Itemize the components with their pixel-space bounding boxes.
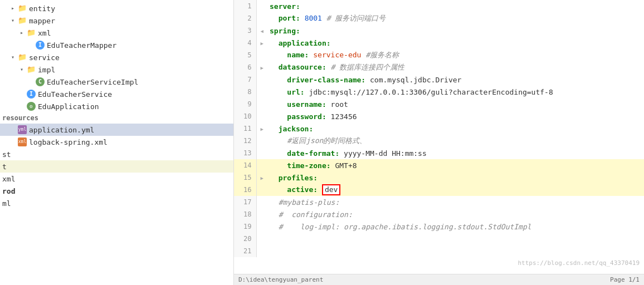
tree-item-mapper[interactable]: 📁 mapper — [0, 14, 233, 27]
line-num-18: 18 — [234, 208, 256, 220]
watermark: https://blog.csdn.net/qq_43370419 — [234, 257, 644, 269]
status-left: D:\idea\tengyuan_parent — [238, 276, 323, 283]
line-num-21: 21 — [234, 245, 256, 257]
line-num-3: 3 — [234, 24, 256, 37]
line-content-17[interactable]: #mybatis-plus: — [267, 196, 644, 208]
tree-item-eduteachermapper[interactable]: I EduTeacherMapper — [0, 39, 233, 51]
line-content-19[interactable]: # log-impl: org.apache.ibatis.logging.st… — [267, 220, 644, 233]
gutter-21 — [256, 245, 267, 257]
tree-item-application-yml[interactable]: yml application.yml — [0, 124, 233, 136]
line-content-8[interactable]: url: jdbc:mysql://127.0.0.1:3306/guli?ch… — [267, 86, 644, 98]
gutter-3: ◀ — [256, 24, 267, 37]
eduteacherserviceimpl-icon: C — [36, 77, 45, 86]
mapper-label: mapper — [29, 17, 55, 25]
code-line-14: 14 time-zone: GMT+8 — [234, 159, 644, 171]
line-num-16: 16 — [234, 184, 256, 196]
tree-item-rod[interactable]: rod — [0, 185, 233, 197]
rod-label: rod — [2, 187, 15, 195]
mapper-arrow[interactable] — [9, 17, 17, 24]
code-line-11: 11 ▶ jackson: — [234, 122, 644, 135]
t-label: t — [2, 163, 7, 171]
gutter-20 — [256, 233, 267, 245]
line-content-20[interactable] — [267, 233, 644, 245]
line-content-2[interactable]: port: 8001 # 服务访问端口号 — [267, 12, 644, 24]
code-line-4: 4 ▶ application: — [234, 37, 644, 49]
eduteachermapper-icon: I — [36, 41, 45, 50]
line-num-14: 14 — [234, 159, 256, 171]
line-content-5[interactable]: name: service-edu #服务名称 — [267, 49, 644, 61]
impl-arrow[interactable] — [18, 66, 26, 73]
line-num-10: 10 — [234, 110, 256, 122]
line-num-19: 19 — [234, 220, 256, 233]
tree-item-impl[interactable]: 📁 impl — [0, 63, 233, 76]
line-num-5: 5 — [234, 49, 256, 61]
tree-item-eduteacherserviceimpl[interactable]: C EduTeacherServiceImpl — [0, 76, 233, 88]
gutter-19 — [256, 220, 267, 233]
line-num-11: 11 — [234, 122, 256, 135]
tree-item-t[interactable]: t — [0, 160, 233, 173]
code-line-3: 3 ◀ spring: — [234, 24, 644, 37]
code-line-20: 20 — [234, 233, 644, 245]
code-line-19: 19 # log-impl: org.apache.ibatis.logging… — [234, 220, 644, 233]
line-content-1[interactable]: server: — [267, 0, 644, 12]
line-num-15: 15 — [234, 171, 256, 184]
code-line-2: 2 port: 8001 # 服务访问端口号 — [234, 12, 644, 24]
gutter-11: ▶ — [256, 122, 267, 135]
service-arrow[interactable] — [9, 53, 17, 61]
line-content-3[interactable]: spring: — [267, 24, 644, 37]
line-content-12[interactable]: #返回json的时间格式、 — [267, 135, 644, 147]
eduapplication-label: EduApplication — [38, 102, 99, 111]
line-content-6[interactable]: datasource: # 数据库连接四个属性 — [267, 61, 644, 73]
line-content-16[interactable]: active: dev — [267, 184, 644, 196]
gutter-4: ▶ — [256, 37, 267, 49]
line-num-13: 13 — [234, 147, 256, 159]
resources-section: resources — [0, 112, 233, 124]
gutter-13 — [256, 147, 267, 159]
gutter-16 — [256, 184, 267, 196]
gutter-10 — [256, 110, 267, 122]
tree-item-eduteacherservice[interactable]: I EduTeacherService — [0, 88, 233, 100]
line-content-11[interactable]: jackson: — [267, 122, 644, 135]
tree-item-xml[interactable]: 📁 xml — [0, 27, 233, 39]
line-content-7[interactable]: driver-class-name: com.mysql.jdbc.Driver — [267, 73, 644, 86]
tree-item-entity[interactable]: 📁 entity — [0, 2, 233, 14]
tree-item-service[interactable]: 📁 service — [0, 51, 233, 63]
service-label: service — [29, 53, 60, 62]
tree-item-logback[interactable]: xml logback-spring.xml — [0, 136, 233, 148]
tree-item-ml[interactable]: ml — [0, 197, 233, 209]
tree-item-eduapplication[interactable]: ⚙ EduApplication — [0, 100, 233, 112]
ml-label: ml — [2, 199, 11, 208]
line-num-17: 17 — [234, 196, 256, 208]
line-content-14[interactable]: time-zone: GMT+8 — [267, 159, 644, 171]
code-line-16: 16 active: dev — [234, 184, 644, 196]
code-line-6: 6 ▶ datasource: # 数据库连接四个属性 — [234, 61, 644, 73]
line-content-4[interactable]: application: — [267, 37, 644, 49]
gutter-12 — [256, 135, 267, 147]
status-page: Page 1/1 — [610, 276, 640, 283]
mapper-folder-icon: 📁 — [18, 16, 27, 25]
gutter-6: ▶ — [256, 61, 267, 73]
file-tree-panel[interactable]: 📁 entity 📁 mapper 📁 xml I EduTeacherMapp… — [0, 0, 234, 285]
code-content: 1 server: 2 port: 8001 # 服务访问端口号 3 ◀ spr… — [234, 0, 644, 257]
line-content-9[interactable]: username: root — [267, 98, 644, 110]
entity-arrow[interactable] — [9, 4, 17, 12]
xml-folder-icon: 📁 — [27, 28, 36, 37]
line-content-21[interactable] — [267, 245, 644, 257]
code-line-12: 12 #返回json的时间格式、 — [234, 135, 644, 147]
line-content-10[interactable]: password: 123456 — [267, 110, 644, 122]
entity-folder-icon: 📁 — [18, 4, 27, 13]
line-content-18[interactable]: # configuration: — [267, 208, 644, 220]
line-num-1: 1 — [234, 0, 256, 12]
tree-item-xml2[interactable]: xml — [0, 173, 233, 185]
tree-item-st[interactable]: st — [0, 148, 233, 160]
xml-arrow[interactable] — [18, 29, 26, 37]
line-content-13[interactable]: date-format: yyyy-MM-dd HH:mm:ss — [267, 147, 644, 159]
gutter-8 — [256, 86, 267, 98]
code-editor-panel[interactable]: 1 server: 2 port: 8001 # 服务访问端口号 3 ◀ spr… — [234, 0, 644, 285]
logback-label: logback-spring.xml — [29, 138, 108, 146]
code-line-21: 21 — [234, 245, 644, 257]
line-content-15[interactable]: profiles: — [267, 171, 644, 184]
impl-label: impl — [38, 66, 55, 74]
gutter-17 — [256, 196, 267, 208]
gutter-14 — [256, 159, 267, 171]
